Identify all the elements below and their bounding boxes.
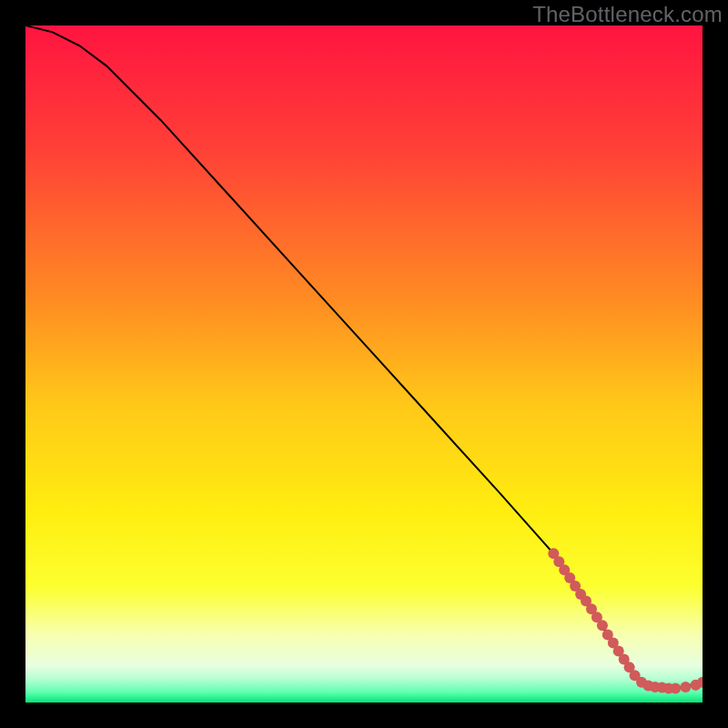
chart-frame: TheBottleneck.com	[0, 0, 728, 728]
plot-area	[25, 25, 703, 703]
highlight-point	[680, 682, 691, 693]
chart-svg	[25, 25, 703, 703]
watermark-text: TheBottleneck.com	[532, 2, 723, 27]
highlight-point	[597, 620, 608, 631]
gradient-background	[25, 25, 703, 703]
highlight-point	[670, 682, 681, 693]
